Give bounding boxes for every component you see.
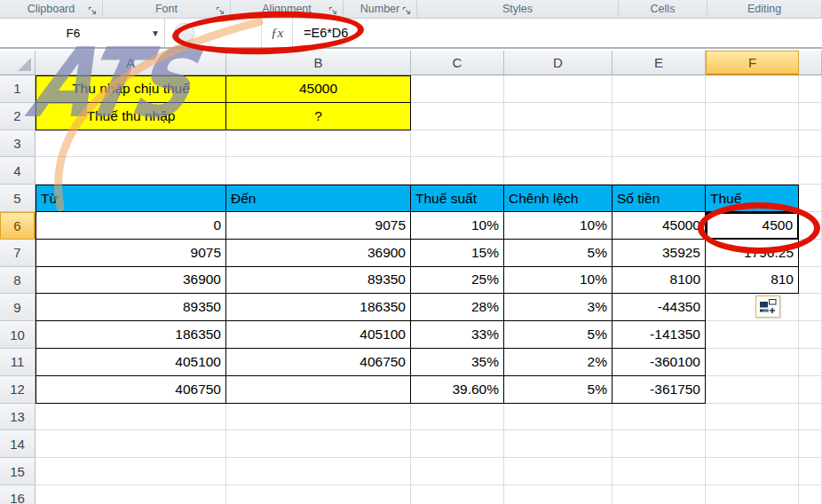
cell-C5[interactable]: Thuế suất bbox=[411, 185, 504, 212]
cell-D2[interactable] bbox=[504, 103, 613, 130]
column-header-A[interactable]: A bbox=[36, 51, 226, 75]
cell-stub4[interactable] bbox=[799, 157, 822, 185]
cell-F1[interactable] bbox=[706, 75, 799, 103]
row-header-5[interactable]: 5 bbox=[0, 185, 36, 212]
cell-E2[interactable] bbox=[613, 103, 706, 130]
cell-E8[interactable]: 8100 bbox=[613, 267, 706, 295]
cell-F12[interactable] bbox=[706, 376, 799, 404]
cell-A15[interactable] bbox=[36, 458, 226, 485]
cell-stub9[interactable] bbox=[799, 294, 822, 321]
column-header-D[interactable]: D bbox=[504, 51, 613, 75]
row-header-9[interactable]: 9 bbox=[0, 294, 36, 321]
cell-D7[interactable]: 5% bbox=[504, 240, 613, 267]
cell-stub1[interactable] bbox=[799, 75, 822, 103]
cell-C9[interactable]: 28% bbox=[411, 294, 504, 321]
cell-F16[interactable] bbox=[706, 485, 799, 504]
cell-stub8[interactable] bbox=[799, 267, 822, 295]
cell-stub16[interactable] bbox=[799, 485, 822, 504]
cell-A11[interactable]: 405100 bbox=[36, 349, 226, 376]
name-box-dropdown-icon[interactable]: ▼ bbox=[146, 28, 164, 38]
cell-E3[interactable] bbox=[613, 130, 706, 158]
cell-A3[interactable] bbox=[36, 130, 226, 158]
cell-F3[interactable] bbox=[706, 130, 799, 158]
cell-D11[interactable]: 2% bbox=[504, 349, 613, 376]
cell-E4[interactable] bbox=[613, 157, 706, 185]
cell-D14[interactable] bbox=[504, 430, 613, 458]
cell-stub15[interactable] bbox=[799, 458, 822, 485]
cell-C14[interactable] bbox=[411, 430, 504, 458]
cell-A14[interactable] bbox=[36, 430, 226, 458]
row-header-3[interactable]: 3 bbox=[0, 130, 36, 158]
cell-B13[interactable] bbox=[226, 404, 411, 431]
column-header-F[interactable]: F bbox=[706, 51, 799, 75]
cell-B1[interactable]: 45000 bbox=[226, 75, 411, 103]
cell-B12[interactable] bbox=[226, 376, 411, 404]
column-header-stub[interactable] bbox=[799, 51, 822, 75]
cell-D9[interactable]: 3% bbox=[504, 294, 613, 321]
cell-F14[interactable] bbox=[706, 430, 799, 458]
cell-D3[interactable] bbox=[504, 130, 613, 158]
cell-D15[interactable] bbox=[504, 458, 613, 485]
cell-A13[interactable] bbox=[36, 404, 226, 431]
row-header-7[interactable]: 7 bbox=[0, 240, 36, 267]
row-header-15[interactable]: 15 bbox=[0, 458, 36, 485]
cell-E16[interactable] bbox=[613, 485, 706, 504]
row-header-2[interactable]: 2 bbox=[0, 103, 36, 130]
cell-E13[interactable] bbox=[613, 404, 706, 431]
cell-A1[interactable]: Thu nhập chịu thuế bbox=[36, 75, 226, 103]
cell-D5[interactable]: Chênh lệch bbox=[504, 185, 613, 212]
cell-F8[interactable]: 810 bbox=[706, 267, 799, 295]
cell-A7[interactable]: 9075 bbox=[36, 240, 226, 267]
cell-B2[interactable]: ? bbox=[226, 103, 411, 130]
cell-C13[interactable] bbox=[411, 404, 504, 431]
cell-B9[interactable]: 186350 bbox=[226, 294, 411, 321]
cell-stub14[interactable] bbox=[799, 430, 822, 458]
cell-F15[interactable] bbox=[706, 458, 799, 485]
row-header-10[interactable]: 10 bbox=[0, 321, 36, 349]
cell-B3[interactable] bbox=[226, 130, 411, 158]
dialog-launcher-icon[interactable] bbox=[216, 4, 226, 14]
cell-stub13[interactable] bbox=[799, 404, 822, 431]
cell-D16[interactable] bbox=[504, 485, 613, 504]
row-header-4[interactable]: 4 bbox=[0, 157, 36, 185]
cell-B5[interactable]: Đến bbox=[226, 185, 411, 212]
cell-A4[interactable] bbox=[36, 157, 226, 185]
cell-A2[interactable]: Thuế thu nhập bbox=[36, 103, 226, 130]
cell-C11[interactable]: 35% bbox=[411, 349, 504, 376]
cell-D6[interactable]: 10% bbox=[504, 212, 613, 240]
cell-D8[interactable]: 10% bbox=[504, 267, 613, 295]
row-header-8[interactable]: 8 bbox=[0, 267, 36, 295]
cell-C4[interactable] bbox=[411, 157, 504, 185]
cell-D13[interactable] bbox=[504, 404, 613, 431]
cell-stub6[interactable] bbox=[799, 212, 822, 240]
cell-C16[interactable] bbox=[411, 485, 504, 504]
cell-E10[interactable]: -141350 bbox=[613, 321, 706, 349]
cell-B6[interactable]: 9075 bbox=[226, 212, 411, 240]
cell-C8[interactable]: 25% bbox=[411, 267, 504, 295]
cell-B10[interactable]: 405100 bbox=[226, 321, 411, 349]
dialog-launcher-icon[interactable] bbox=[328, 4, 339, 14]
cell-F6[interactable]: 4500 bbox=[706, 212, 799, 240]
cell-C7[interactable]: 15% bbox=[411, 240, 504, 267]
cell-A8[interactable]: 36900 bbox=[36, 267, 226, 295]
cell-F5[interactable]: Thuế bbox=[706, 185, 799, 212]
column-header-E[interactable]: E bbox=[613, 51, 706, 75]
cell-F10[interactable] bbox=[706, 321, 799, 349]
row-header-6[interactable]: 6 bbox=[0, 212, 36, 240]
cell-B14[interactable] bbox=[226, 430, 411, 458]
cell-stub5[interactable] bbox=[799, 185, 822, 212]
cell-stub11[interactable] bbox=[799, 349, 822, 376]
cell-D4[interactable] bbox=[504, 157, 613, 185]
cell-A9[interactable]: 89350 bbox=[36, 294, 226, 321]
insert-function-button[interactable]: ƒx bbox=[261, 19, 293, 47]
select-all-corner[interactable] bbox=[0, 51, 36, 75]
cell-F2[interactable] bbox=[706, 103, 799, 130]
cell-C3[interactable] bbox=[411, 130, 504, 158]
cell-stub10[interactable] bbox=[799, 321, 822, 349]
cell-A16[interactable] bbox=[36, 485, 226, 504]
cell-F4[interactable] bbox=[706, 157, 799, 185]
cell-D10[interactable]: 5% bbox=[504, 321, 613, 349]
cell-E1[interactable] bbox=[613, 75, 706, 103]
cell-D1[interactable] bbox=[504, 75, 613, 103]
cell-E12[interactable]: -361750 bbox=[613, 376, 706, 404]
